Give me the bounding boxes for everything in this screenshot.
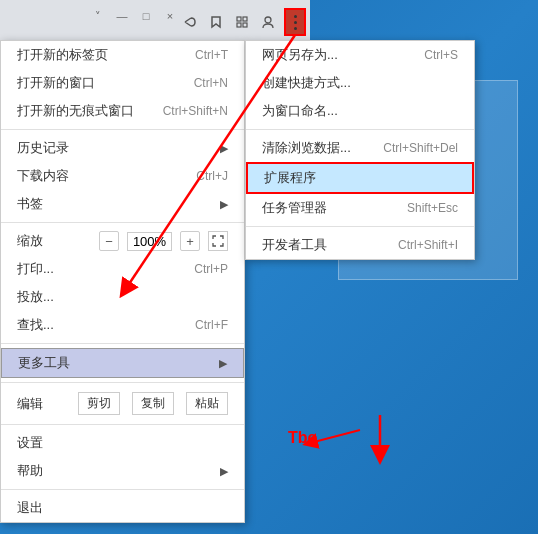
submenu-item-save-page[interactable]: 网页另存为... Ctrl+S [246,41,474,69]
menu-item-new-tab-shortcut: Ctrl+T [195,48,228,62]
submenu-item-extensions[interactable]: 扩展程序 [246,162,474,194]
svg-rect-0 [237,17,241,21]
menu-item-edit-row: 编辑 剪切 复制 粘贴 [1,387,244,420]
menu-item-bookmarks[interactable]: 书签 ▶ [1,190,244,218]
menu-item-incognito[interactable]: 打开新的无痕式窗口 Ctrl+Shift+N [1,97,244,125]
svg-rect-3 [243,23,247,27]
chrome-main-menu: 打开新的标签页 Ctrl+T 打开新的窗口 Ctrl+N 打开新的无痕式窗口 C… [0,40,245,523]
window-controls: ˅ — □ × [90,8,178,24]
chevron-icon[interactable]: ˅ [90,8,106,24]
zoom-label: 缩放 [17,232,91,250]
submenu-item-name-window[interactable]: 为窗口命名... [246,97,474,125]
svg-rect-2 [237,23,241,27]
edit-label: 编辑 [17,395,43,413]
menu-item-new-tab[interactable]: 打开新的标签页 Ctrl+T [1,41,244,69]
menu-item-quit[interactable]: 退出 [1,494,244,522]
menu-item-history-label: 历史记录 [17,139,69,157]
menu-item-quit-label: 退出 [17,499,43,517]
more-tools-submenu: 网页另存为... Ctrl+S 创建快捷方式... 为窗口命名... 清除浏览数… [245,40,475,260]
bookmark-icon[interactable] [206,12,226,32]
chrome-menu-button[interactable] [284,8,306,36]
separator-1 [1,129,244,130]
browser-toolbar: ˅ — □ × [0,0,310,45]
menu-item-print[interactable]: 打印... Ctrl+P [1,255,244,283]
menu-item-more-tools-label: 更多工具 [18,354,70,372]
minimize-button[interactable]: — [114,8,130,24]
menu-item-incognito-label: 打开新的无痕式窗口 [17,102,134,120]
menu-item-help[interactable]: 帮助 ▶ [1,457,244,485]
copy-button[interactable]: 复制 [132,392,174,415]
menu-item-print-shortcut: Ctrl+P [194,262,228,276]
user-icon[interactable] [258,12,278,32]
menu-item-settings[interactable]: 设置 [1,429,244,457]
menu-item-more-tools-arrow: ▶ [219,357,227,370]
submenu-item-task-manager-label: 任务管理器 [262,199,327,217]
submenu-item-task-manager-shortcut: Shift+Esc [407,201,458,215]
menu-item-find-shortcut: Ctrl+F [195,318,228,332]
menu-item-more-tools[interactable]: 更多工具 ▶ [1,348,244,378]
separator-6 [1,489,244,490]
three-dots-icon [294,15,297,30]
submenu-item-save-page-shortcut: Ctrl+S [424,48,458,62]
menu-item-cast-label: 投放... [17,288,54,306]
menu-item-downloads-shortcut: Ctrl+J [196,169,228,183]
submenu-item-clear-data-shortcut: Ctrl+Shift+Del [383,141,458,155]
menu-item-new-window-label: 打开新的窗口 [17,74,95,92]
separator-2 [1,222,244,223]
menu-item-bookmarks-arrow: ▶ [220,198,228,211]
menu-item-incognito-shortcut: Ctrl+Shift+N [163,104,228,118]
submenu-item-save-page-label: 网页另存为... [262,46,338,64]
zoom-plus-button[interactable]: + [180,231,200,251]
paste-button[interactable]: 粘贴 [186,392,228,415]
menu-item-downloads-label: 下载内容 [17,167,69,185]
zoom-row: 缩放 − 100% + [1,227,244,255]
submenu-item-name-window-label: 为窗口命名... [262,102,338,120]
menu-item-find-label: 查找... [17,316,54,334]
zoom-value-display: 100% [127,232,172,251]
cut-button[interactable]: 剪切 [78,392,120,415]
submenu-item-extensions-label: 扩展程序 [264,169,316,187]
submenu-item-create-shortcut-label: 创建快捷方式... [262,74,351,92]
close-button[interactable]: × [162,8,178,24]
extensions-icon[interactable] [232,12,252,32]
zoom-minus-button[interactable]: − [99,231,119,251]
submenu-item-devtools-label: 开发者工具 [262,236,327,254]
submenu-item-task-manager[interactable]: 任务管理器 Shift+Esc [246,194,474,222]
separator-3 [1,343,244,344]
menu-item-new-window-shortcut: Ctrl+N [194,76,228,90]
menu-item-settings-label: 设置 [17,434,43,452]
svg-point-4 [265,17,271,23]
menu-item-find[interactable]: 查找... Ctrl+F [1,311,244,339]
menu-item-print-label: 打印... [17,260,54,278]
submenu-item-clear-data[interactable]: 清除浏览数据... Ctrl+Shift+Del [246,134,474,162]
separator-5 [1,424,244,425]
menu-item-bookmarks-label: 书签 [17,195,43,213]
menu-item-new-window[interactable]: 打开新的窗口 Ctrl+N [1,69,244,97]
menu-item-history[interactable]: 历史记录 ▶ [1,134,244,162]
menu-item-help-arrow: ▶ [220,465,228,478]
menu-item-cast[interactable]: 投放... [1,283,244,311]
share-icon[interactable] [180,12,200,32]
menu-item-downloads[interactable]: 下载内容 Ctrl+J [1,162,244,190]
submenu-separator-2 [246,226,474,227]
submenu-item-clear-data-label: 清除浏览数据... [262,139,351,157]
menu-item-help-label: 帮助 [17,462,43,480]
svg-rect-1 [243,17,247,21]
restore-button[interactable]: □ [138,8,154,24]
separator-4 [1,382,244,383]
browser-icon-group [180,8,306,36]
submenu-item-devtools-shortcut: Ctrl+Shift+I [398,238,458,252]
submenu-item-create-shortcut[interactable]: 创建快捷方式... [246,69,474,97]
menu-item-new-tab-label: 打开新的标签页 [17,46,108,64]
menu-item-history-arrow: ▶ [220,142,228,155]
submenu-item-devtools[interactable]: 开发者工具 Ctrl+Shift+I [246,231,474,259]
submenu-separator-1 [246,129,474,130]
fullscreen-button[interactable] [208,231,228,251]
